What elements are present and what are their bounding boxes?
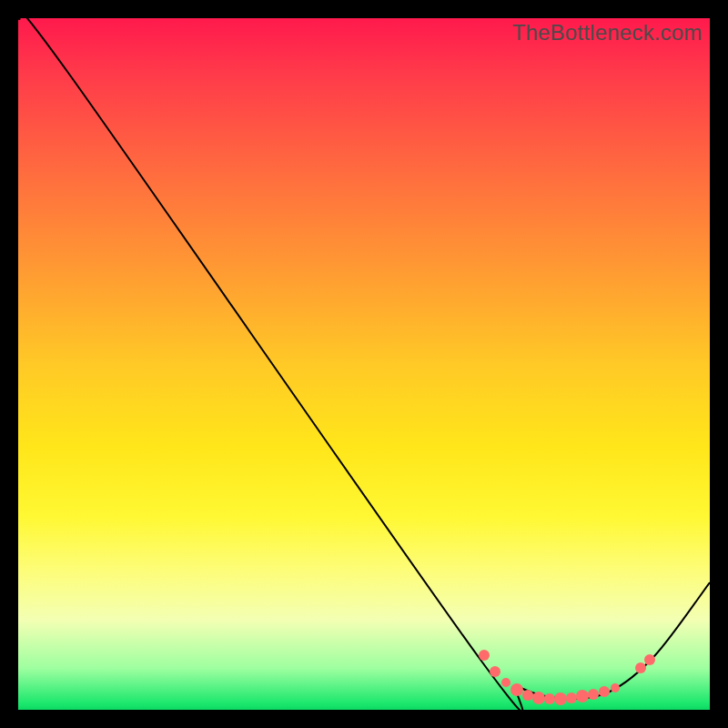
valley-marker <box>511 683 523 696</box>
plot-area: TheBottleneck.com <box>18 18 710 710</box>
valley-marker <box>490 666 500 677</box>
valley-marker <box>532 692 545 704</box>
valley-marker <box>479 650 490 661</box>
valley-marker <box>544 693 555 704</box>
valley-marker <box>599 686 610 697</box>
valley-marker <box>522 690 533 701</box>
valley-marker <box>576 690 589 703</box>
watermark-text: TheBottleneck.com <box>512 20 703 46</box>
valley-marker <box>501 678 511 687</box>
valley-marker <box>644 654 655 665</box>
valley-marker <box>611 683 620 693</box>
valley-marker <box>635 662 646 673</box>
curve-layer <box>18 18 710 710</box>
valley-markers <box>479 650 655 705</box>
valley-marker <box>566 693 577 703</box>
bottleneck-curve <box>18 18 710 710</box>
valley-marker <box>588 689 599 700</box>
chart-frame: TheBottleneck.com <box>18 18 710 710</box>
valley-marker <box>554 693 567 705</box>
